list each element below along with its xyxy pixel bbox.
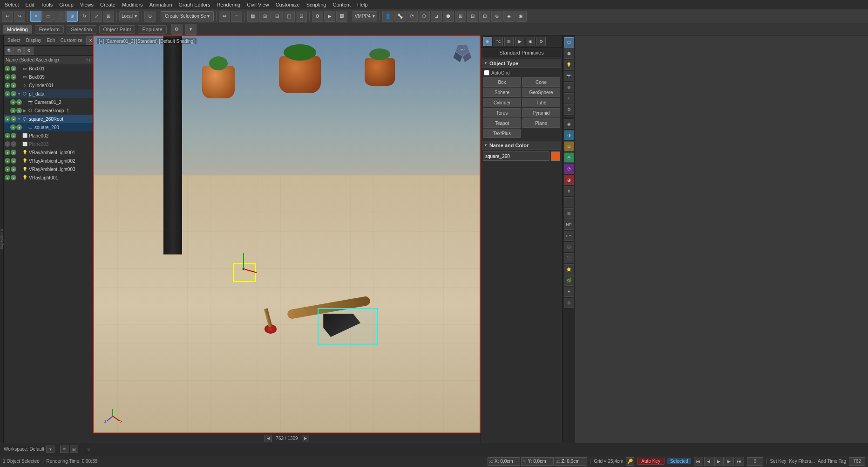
right-icon-color3[interactable]: ◓: [564, 152, 574, 163]
explorer-edit-menu[interactable]: Edit: [45, 38, 57, 43]
align-btn[interactable]: ≡: [231, 11, 242, 22]
vis-icon-box009[interactable]: ●: [5, 74, 10, 80]
menu-civil-view[interactable]: Civil View: [244, 1, 271, 8]
right-icon-geometry[interactable]: ⬡: [564, 37, 574, 48]
mode-options-btn[interactable]: ⚙: [171, 24, 183, 35]
mode-dropdown-btn[interactable]: ▾: [185, 24, 197, 35]
char-tool6[interactable]: ⬢: [443, 11, 454, 22]
rp-utilities-tab[interactable]: ⚙: [536, 37, 546, 46]
vis2-icon-vlm[interactable]: ●: [11, 175, 16, 180]
expand-vlm[interactable]: [17, 175, 21, 180]
right-icon-systems[interactable]: ⚙: [564, 104, 574, 115]
vis-icon-pfdata[interactable]: ●: [5, 91, 10, 96]
play-btn[interactable]: ▶: [714, 457, 724, 466]
right-icon-color2[interactable]: ◒: [564, 141, 574, 151]
char-tool10[interactable]: ⊕: [491, 11, 502, 22]
vis2-icon-sq260r[interactable]: ●: [11, 116, 16, 122]
vis2-icon-plane003[interactable]: ●: [11, 141, 16, 147]
char-tool1[interactable]: 👤: [382, 11, 393, 22]
expand-pfdata[interactable]: ▼: [17, 91, 21, 96]
tree-item-box009[interactable]: ● ● ▭ Box009: [4, 73, 93, 81]
tree-item-square260root[interactable]: ● ● ▼ ⬡ square_260Root: [4, 115, 93, 123]
autogrid-checkbox[interactable]: [484, 70, 489, 76]
char-tool9[interactable]: ⊡: [479, 11, 490, 22]
window-crossing-btn[interactable]: ⬚: [54, 11, 66, 22]
menu-graph-editors[interactable]: Graph Editors: [176, 1, 213, 8]
vis2-icon-vl3[interactable]: ●: [11, 166, 16, 172]
tree-item-cylinder001[interactable]: ● ● ○ Cylinder001: [4, 81, 93, 89]
menu-modifiers[interactable]: Modifiers: [119, 1, 146, 8]
grid3-btn[interactable]: ⊟: [271, 11, 283, 22]
vis-icon-vlm[interactable]: ●: [5, 175, 10, 180]
expand-plane002[interactable]: [17, 133, 21, 138]
vis-icon-sq260[interactable]: ●: [10, 124, 16, 130]
prev-frame-btn[interactable]: ◀: [704, 457, 713, 466]
char-tool7[interactable]: ⊞: [455, 11, 466, 22]
btn-cone[interactable]: Cone: [522, 77, 560, 87]
btn-geosphere[interactable]: GeoSphere: [522, 88, 560, 97]
vis-icon-sq260r[interactable]: ●: [5, 116, 10, 122]
tree-item-vraylight003[interactable]: ● ● 💡 VRayAmbientLight003: [4, 165, 93, 173]
vis2-icon-cam012[interactable]: ●: [16, 99, 22, 105]
right-icon-helpers[interactable]: ⊕: [564, 82, 574, 92]
tab-populate[interactable]: Populate: [138, 25, 166, 34]
rp-motion-tab[interactable]: ▶: [515, 37, 524, 46]
vis-icon-vl2[interactable]: ●: [5, 158, 10, 164]
char-tool11[interactable]: ◈: [503, 11, 515, 22]
vis-icon-cylinder001[interactable]: ●: [5, 82, 10, 88]
tab-modeling[interactable]: Modeling: [3, 25, 32, 34]
menu-content[interactable]: Content: [330, 1, 353, 8]
select-scale-btn[interactable]: ⤢: [91, 11, 102, 22]
rp-modify-tab[interactable]: ⌥: [494, 37, 503, 46]
tree-filter-btn[interactable]: 🔍: [5, 47, 14, 55]
undo-btn[interactable]: ↩: [2, 11, 13, 22]
right-icon-material[interactable]: ◉: [564, 119, 574, 129]
go-start-btn[interactable]: ⏮: [694, 457, 703, 466]
right-icon-lights[interactable]: 💡: [564, 60, 574, 70]
char-tool12[interactable]: ◉: [515, 11, 527, 22]
vis2-icon-vl2[interactable]: ●: [11, 158, 16, 164]
menu-edit[interactable]: Edit: [23, 1, 37, 8]
right-icon-color4[interactable]: ◔: [564, 164, 574, 174]
btn-plane[interactable]: Plane: [522, 118, 560, 128]
reference-coord-dropdown[interactable]: Local ▾: [119, 11, 139, 21]
right-icon-fx5[interactable]: 0.5: [564, 231, 574, 241]
tree-item-vraylight001[interactable]: ● ● 💡 VRayAmbientLight001: [4, 148, 93, 157]
tab-selection[interactable]: Selection: [67, 25, 96, 34]
right-icon-fx9[interactable]: 🌿: [564, 275, 574, 286]
object-color-swatch[interactable]: [551, 151, 560, 161]
key-filters-label[interactable]: Key Filters...: [789, 459, 815, 464]
rp-create-tab[interactable]: ⊕: [483, 37, 492, 46]
right-icon-color5[interactable]: ◕: [564, 175, 574, 185]
expand-vl3[interactable]: [17, 167, 21, 172]
expand-camgrp1[interactable]: ▶: [22, 108, 27, 113]
rp-hierarchy-tab[interactable]: ⊞: [504, 37, 514, 46]
menu-rendering[interactable]: Rendering: [214, 1, 243, 8]
vis-icon-vl3[interactable]: ●: [5, 166, 10, 172]
btn-cylinder[interactable]: Cylinder: [483, 98, 521, 107]
vis2-icon-sq260[interactable]: ●: [16, 124, 22, 130]
select-tool-btn[interactable]: ✦: [30, 11, 41, 22]
explorer-customize-menu[interactable]: Customize: [59, 38, 84, 43]
btn-sphere[interactable]: Sphere: [483, 88, 521, 97]
render-view-btn[interactable]: 🖼: [336, 11, 347, 22]
vp-next-btn[interactable]: ▶: [302, 435, 309, 442]
expand-sq260r[interactable]: ▼: [17, 117, 21, 121]
vis-icon-plane002[interactable]: ●: [5, 133, 10, 138]
vis-icon-box001[interactable]: ●: [5, 66, 10, 71]
render-setup-btn[interactable]: ⚙: [312, 11, 323, 22]
right-icon-fx11[interactable]: ⊕: [564, 298, 574, 308]
menu-customize[interactable]: Customize: [273, 1, 303, 8]
mini-btn1[interactable]: ≡: [60, 446, 68, 453]
char-tool8[interactable]: ⊟: [467, 11, 478, 22]
expand-cam012[interactable]: [22, 100, 27, 104]
char-tool4[interactable]: ⬡: [419, 11, 430, 22]
tab-object-paint[interactable]: Object Paint: [99, 25, 136, 34]
tree-item-pf-data[interactable]: ● ● ▼ ⬡ pf_data: [4, 89, 93, 98]
menu-group[interactable]: Group: [56, 1, 76, 8]
menu-scripting[interactable]: Scripting: [304, 1, 329, 8]
explorer-display-menu[interactable]: Display: [24, 38, 43, 43]
workspace-dropdown[interactable]: ▾: [46, 446, 54, 453]
right-icon-fx3[interactable]: ⊞: [564, 208, 574, 219]
expand-vl1[interactable]: [17, 150, 21, 155]
